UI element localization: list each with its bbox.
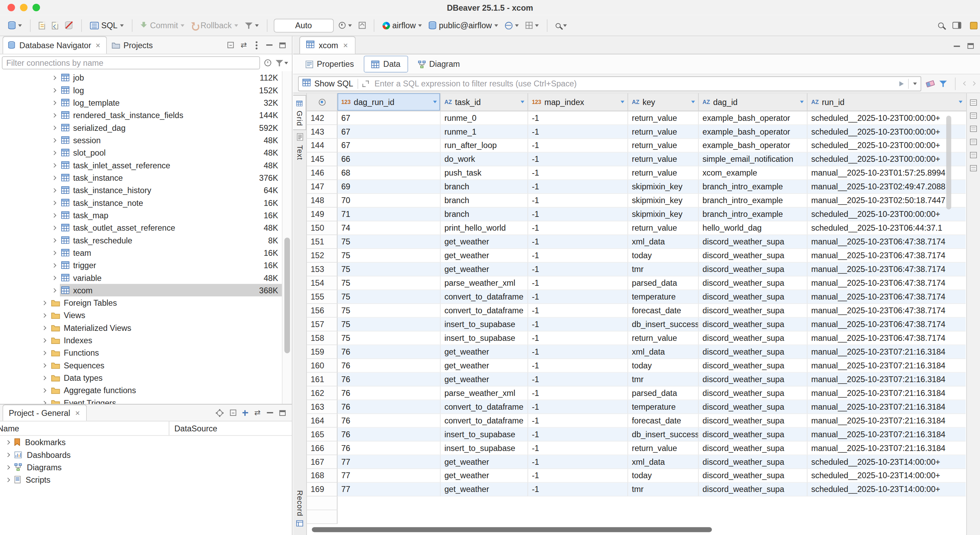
cell-task-id[interactable]: get_weather [441, 455, 528, 469]
rollback-button[interactable]: Rollback [189, 19, 240, 31]
cell-dag-id[interactable]: discord_weather_supa [699, 373, 808, 387]
tree-item[interactable]: task_instance_note 16K [0, 196, 292, 209]
row-number[interactable]: 142 [307, 111, 337, 125]
cell-map-index[interactable]: -1 [528, 414, 628, 428]
close-window-button[interactable] [8, 4, 15, 11]
expand-chevron-icon[interactable] [52, 150, 56, 155]
aggregate-panel-icon[interactable] [970, 165, 977, 172]
tree-item[interactable]: team 16K [0, 247, 292, 259]
references-panel-icon[interactable] [970, 126, 977, 132]
expand-chevron-icon[interactable] [42, 363, 46, 367]
cell-task-id[interactable]: insert_to_supabase [441, 331, 528, 345]
expand-chevron-icon[interactable] [52, 75, 56, 80]
cell-run-id[interactable]: manual__2025-10-23T07:21:16.3184 [808, 400, 966, 414]
expand-chevron-icon[interactable] [42, 313, 46, 317]
row-number[interactable]: 169 [307, 482, 337, 497]
expand-chevron-icon[interactable] [5, 465, 10, 469]
cell-dag-run-id[interactable]: 75 [337, 318, 441, 331]
cell-task-id[interactable]: get_weather [441, 359, 528, 373]
cell-dag-run-id[interactable]: 76 [337, 441, 441, 455]
column-filter-caret-icon[interactable] [959, 100, 963, 103]
cell-dag-id[interactable]: discord_weather_supa [699, 414, 808, 428]
cell-map-index[interactable]: -1 [528, 428, 628, 441]
cell-dag-run-id[interactable]: 77 [337, 469, 441, 482]
custom-filter-icon[interactable] [939, 80, 947, 88]
minimize-editor-icon[interactable] [954, 45, 960, 47]
row-number[interactable]: 155 [307, 290, 337, 304]
cell-run-id[interactable]: manual__2025-10-23T06:47:38.7174 [808, 235, 966, 249]
cell-dag-id[interactable]: hello_world_dag [699, 221, 808, 235]
filter-dropdown-icon[interactable] [913, 82, 917, 85]
tab-projects[interactable]: Projects [107, 36, 158, 54]
cell-run-id[interactable]: scheduled__2025-10-23T00:00:00+ [808, 208, 966, 221]
cell-dag-id[interactable]: discord_weather_supa [699, 400, 808, 414]
link-with-editor-icon[interactable]: ⇄ [240, 41, 247, 49]
tree-item[interactable]: task_inlet_asset_reference 48K [0, 159, 292, 171]
row-number[interactable]: 156 [307, 304, 337, 318]
cell-run-id[interactable]: manual__2025-10-23T06:47:38.7174 [808, 277, 966, 290]
expand-chevron-icon[interactable] [42, 376, 46, 380]
cell-dag-id[interactable]: discord_weather_supa [699, 331, 808, 345]
cell-key[interactable]: tmr [628, 263, 698, 277]
maximize-view-icon[interactable] [279, 42, 286, 48]
close-icon[interactable]: × [75, 409, 81, 417]
cell-dag-id[interactable]: discord_weather_supa [699, 345, 808, 359]
tree-item[interactable]: Views [0, 309, 292, 321]
row-number[interactable]: 160 [307, 359, 337, 373]
row-number[interactable]: 164 [307, 414, 337, 428]
filter-settings-button[interactable] [275, 59, 288, 67]
cell-task-id[interactable]: get_weather [441, 469, 528, 482]
row-number[interactable]: 157 [307, 318, 337, 331]
expand-chevron-icon[interactable] [52, 250, 56, 255]
cell-dag-run-id[interactable]: 76 [337, 400, 441, 414]
expand-chevron-icon[interactable] [42, 350, 46, 355]
cell-run-id[interactable]: manual__2025-10-23T01:57:25.8994 [808, 166, 966, 180]
cell-map-index[interactable]: -1 [528, 111, 628, 125]
cell-map-index[interactable]: -1 [528, 400, 628, 414]
cell-run-id[interactable]: scheduled__2025-10-23T14:00:00+ [808, 482, 966, 497]
column-header[interactable]: AZ key [628, 93, 698, 111]
tree-item[interactable]: Functions [0, 346, 292, 359]
row-number[interactable]: 162 [307, 386, 337, 400]
cell-key[interactable]: temperature [628, 400, 698, 414]
cell-task-id[interactable]: insert_to_supabase [441, 428, 528, 441]
cell-map-index[interactable]: -1 [528, 455, 628, 469]
cell-key[interactable]: parsed_data [628, 277, 698, 290]
cell-run-id[interactable]: manual__2025-10-23T07:21:16.3184 [808, 441, 966, 455]
cell-task-id[interactable]: get_weather [441, 345, 528, 359]
tree-item[interactable]: Indexes [0, 334, 292, 346]
cell-run-id[interactable]: manual__2025-10-23T07:21:16.3184 [808, 345, 966, 359]
expand-chevron-icon[interactable] [52, 125, 56, 130]
row-number[interactable]: 168 [307, 469, 337, 482]
grid-horizontal-scrollbar[interactable] [307, 526, 966, 533]
editor-subtab[interactable]: Data [364, 56, 408, 73]
column-filter-caret-icon[interactable] [800, 100, 804, 103]
row-number[interactable]: 158 [307, 331, 337, 345]
cell-dag-run-id[interactable]: 76 [337, 373, 441, 387]
cell-run-id[interactable]: scheduled__2025-10-23T00:00:00+ [808, 139, 966, 153]
cell-run-id[interactable]: manual__2025-10-23T06:47:38.7174 [808, 318, 966, 331]
cell-map-index[interactable]: -1 [528, 386, 628, 400]
cell-dag-run-id[interactable]: 75 [337, 290, 441, 304]
cell-key[interactable]: skipmixin_key [628, 194, 698, 208]
history-back-icon[interactable] [963, 81, 967, 86]
new-connection-button[interactable] [6, 20, 24, 31]
presentation-grid-tab[interactable]: Grid [293, 95, 306, 130]
sql-filter-input[interactable] [373, 78, 895, 89]
project-item[interactable]: Dashboards [0, 448, 292, 461]
expand-chevron-icon[interactable] [52, 138, 56, 142]
cell-key[interactable]: skipmixin_key [628, 208, 698, 221]
minimize-view-icon[interactable] [267, 412, 273, 414]
cell-dag-id[interactable]: discord_weather_supa [699, 235, 808, 249]
cell-dag-id[interactable]: xcom_example [699, 166, 808, 180]
row-number[interactable]: 143 [307, 125, 337, 139]
cell-key[interactable]: today [628, 469, 698, 482]
tree-item[interactable]: session 48K [0, 134, 292, 146]
cell-dag-id[interactable]: discord_weather_supa [699, 441, 808, 455]
cell-task-id[interactable]: convert_to_dataframe [441, 290, 528, 304]
tree-item[interactable]: log 152K [0, 84, 292, 96]
gear-icon[interactable] [217, 410, 222, 416]
cell-dag-run-id[interactable]: 75 [337, 249, 441, 263]
column-header[interactable]: 123 map_index [528, 93, 628, 111]
row-number[interactable]: 153 [307, 263, 337, 277]
